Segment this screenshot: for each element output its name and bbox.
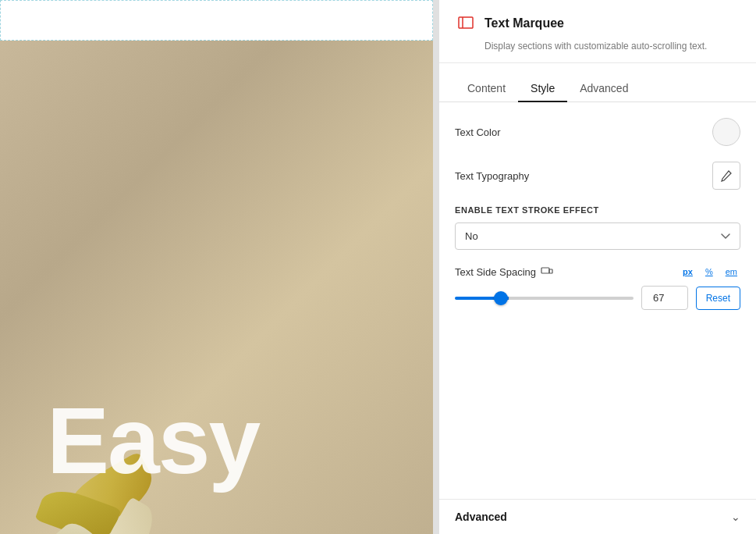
widget-title: Text Marquee	[484, 16, 564, 30]
text-color-picker[interactable]	[712, 118, 740, 146]
pencil-icon	[720, 169, 733, 182]
widget-title-row: Text Marquee	[455, 12, 740, 34]
chevron-down-icon: ⌄	[731, 511, 740, 523]
widget-description: Display sections with customizable auto-…	[455, 39, 740, 53]
canvas-top-white	[0, 0, 433, 41]
slider-input-row: Reset	[455, 286, 740, 310]
spacing-label-row: Text Side Spacing	[455, 265, 553, 278]
widget-header: Text Marquee Display sections with custo…	[439, 0, 756, 63]
unit-px[interactable]: px	[680, 265, 696, 278]
stroke-section-label: Enable Text Stroke Effect	[455, 205, 740, 215]
stroke-section: Enable Text Stroke Effect No Yes	[455, 205, 740, 250]
svg-rect-0	[459, 17, 473, 28]
tab-style[interactable]: Style	[518, 76, 567, 102]
stroke-select[interactable]: No Yes	[455, 222, 740, 250]
svg-rect-2	[541, 268, 549, 273]
panel-divider	[433, 0, 439, 534]
reset-button[interactable]: Reset	[696, 287, 740, 310]
canvas-text: Easy	[47, 393, 259, 487]
spacing-label: Text Side Spacing	[455, 266, 536, 278]
spacing-number-input[interactable]	[641, 286, 688, 310]
unit-em[interactable]: em	[722, 265, 740, 278]
svg-rect-3	[549, 269, 552, 273]
spacing-header: Text Side Spacing px % em	[455, 265, 740, 278]
slider-track	[455, 297, 634, 300]
text-side-spacing-section: Text Side Spacing px % em	[455, 265, 740, 310]
tab-advanced[interactable]: Advanced	[567, 76, 641, 102]
unit-tabs: px % em	[680, 265, 740, 278]
slider-container	[455, 290, 634, 306]
slider-thumb[interactable]	[494, 291, 508, 305]
advanced-accordion[interactable]: Advanced ⌄	[439, 499, 756, 534]
right-panel: Text Marquee Display sections with custo…	[439, 0, 756, 534]
unit-percent[interactable]: %	[702, 265, 716, 278]
text-typography-label: Text Typography	[455, 170, 529, 182]
tabs-row: Content Style Advanced	[439, 63, 756, 102]
canvas-image: Easy	[0, 41, 433, 534]
text-color-label: Text Color	[455, 126, 501, 138]
panel-content: Text Color Text Typography Enable Text S…	[439, 102, 756, 499]
text-marquee-icon	[455, 12, 477, 34]
text-typography-row: Text Typography	[455, 162, 740, 190]
text-color-row: Text Color	[455, 118, 740, 146]
canvas-area: Easy	[0, 0, 433, 534]
advanced-accordion-label: Advanced	[455, 511, 507, 523]
tab-content[interactable]: Content	[455, 76, 518, 102]
responsive-icon	[541, 265, 553, 278]
typography-edit-button[interactable]	[712, 162, 740, 190]
